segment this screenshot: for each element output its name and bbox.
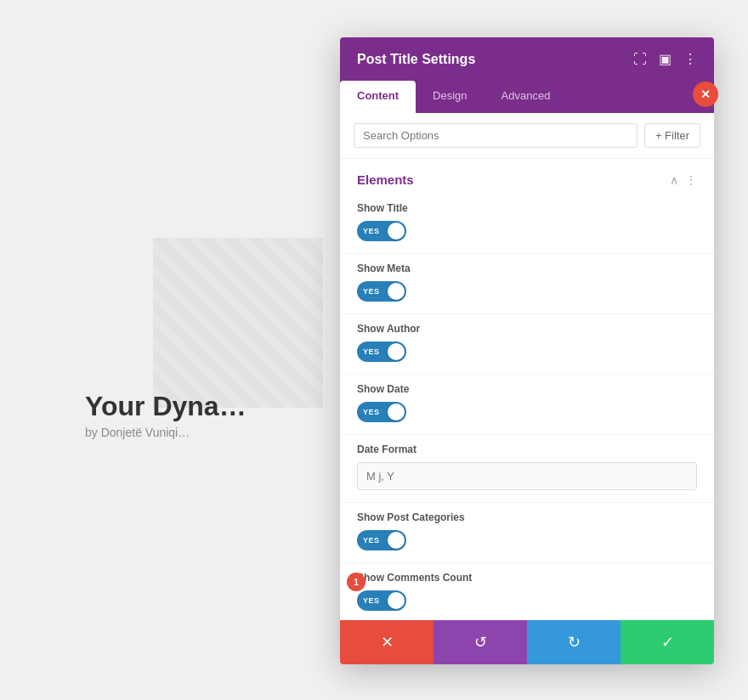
- bg-decoration: [153, 238, 323, 408]
- show-comments-count-toggle[interactable]: YES: [357, 590, 406, 611]
- collapse-icon[interactable]: ∧: [670, 173, 678, 187]
- setting-show-date: Show Date YES: [340, 375, 714, 435]
- show-author-toggle[interactable]: YES: [357, 342, 406, 362]
- show-comments-count-toggle-container: YES: [357, 590, 697, 611]
- setting-show-title: Show Title YES: [340, 194, 714, 254]
- modal-title: Post Title Settings: [357, 52, 475, 67]
- fullscreen-icon[interactable]: ⛶: [633, 52, 647, 67]
- section-more-icon[interactable]: ⋮: [685, 173, 697, 187]
- show-date-toggle[interactable]: YES: [357, 402, 406, 422]
- elements-section-header: Elements ∧ ⋮: [340, 159, 714, 194]
- show-comments-count-label: Show Comments Count: [357, 572, 697, 584]
- section-controls: ∧ ⋮: [670, 173, 697, 187]
- toggle-knob: [388, 283, 405, 300]
- show-meta-toggle[interactable]: YES: [357, 281, 406, 302]
- toggle-yes-text: YES: [357, 596, 380, 605]
- show-date-label: Show Date: [357, 383, 697, 395]
- toggle-knob: [388, 532, 405, 549]
- columns-icon[interactable]: ▣: [659, 51, 672, 67]
- show-meta-label: Show Meta: [357, 262, 697, 274]
- show-meta-toggle-container: YES: [357, 281, 697, 302]
- notification-badge: 1: [347, 573, 366, 591]
- save-button[interactable]: ✓: [620, 620, 714, 664]
- date-format-label: Date Format: [357, 443, 697, 455]
- toggle-yes-text: YES: [357, 227, 380, 235]
- toggle-knob: [388, 223, 405, 240]
- tab-design[interactable]: Design: [416, 81, 484, 113]
- bg-page-title: Your Dyna…: [85, 391, 246, 422]
- show-post-categories-toggle[interactable]: YES: [357, 530, 406, 550]
- section-title-elements: Elements: [357, 172, 414, 187]
- toggle-yes-text: YES: [357, 347, 380, 356]
- toggle-knob: [388, 343, 405, 360]
- bg-text: Your Dyna… by Donjetë Vuniqi…: [85, 391, 246, 439]
- tab-content[interactable]: Content: [340, 81, 416, 113]
- filter-button[interactable]: + Filter: [644, 123, 700, 148]
- search-input[interactable]: [354, 123, 638, 148]
- header-icons: ⛶ ▣ ⋮: [633, 51, 697, 67]
- settings-modal: Post Title Settings ⛶ ▣ ⋮ Content Design…: [340, 37, 714, 664]
- show-author-label: Show Author: [357, 323, 697, 335]
- setting-show-author: Show Author YES: [340, 314, 714, 375]
- bg-page-subtitle: by Donjetë Vuniqi…: [85, 426, 246, 439]
- search-bar: + Filter: [340, 113, 714, 159]
- redo-button[interactable]: ↻: [527, 620, 620, 664]
- show-title-toggle[interactable]: YES: [357, 221, 406, 241]
- toggle-knob: [388, 592, 405, 609]
- date-format-input[interactable]: [357, 462, 697, 490]
- toggle-knob: [388, 404, 405, 421]
- show-author-toggle-container: YES: [357, 342, 697, 362]
- tab-bar: Content Design Advanced: [340, 81, 714, 113]
- show-title-label: Show Title: [357, 202, 697, 214]
- modal-header: Post Title Settings ⛶ ▣ ⋮: [340, 37, 714, 81]
- show-post-categories-toggle-container: YES: [357, 530, 697, 550]
- setting-date-format: Date Format: [340, 435, 714, 503]
- modal-footer: ✕ ↺ ↻ ✓: [340, 620, 714, 664]
- setting-show-comments-count: Show Comments Count YES: [340, 563, 714, 620]
- cancel-button[interactable]: ✕: [340, 620, 434, 664]
- toggle-yes-text: YES: [357, 287, 380, 296]
- show-date-toggle-container: YES: [357, 402, 697, 422]
- show-post-categories-label: Show Post Categories: [357, 511, 697, 523]
- undo-button[interactable]: ↺: [434, 620, 527, 664]
- modal-content: Elements ∧ ⋮ Show Title YES Show Meta YE…: [340, 159, 714, 620]
- toggle-yes-text: YES: [357, 536, 380, 545]
- tab-advanced[interactable]: Advanced: [484, 81, 568, 113]
- close-circle-button[interactable]: ✕: [693, 82, 718, 107]
- toggle-yes-text: YES: [357, 408, 380, 416]
- more-options-icon[interactable]: ⋮: [683, 51, 697, 67]
- setting-show-post-categories: Show Post Categories YES: [340, 503, 714, 563]
- setting-show-meta: Show Meta YES: [340, 254, 714, 314]
- show-title-toggle-container: YES: [357, 221, 697, 241]
